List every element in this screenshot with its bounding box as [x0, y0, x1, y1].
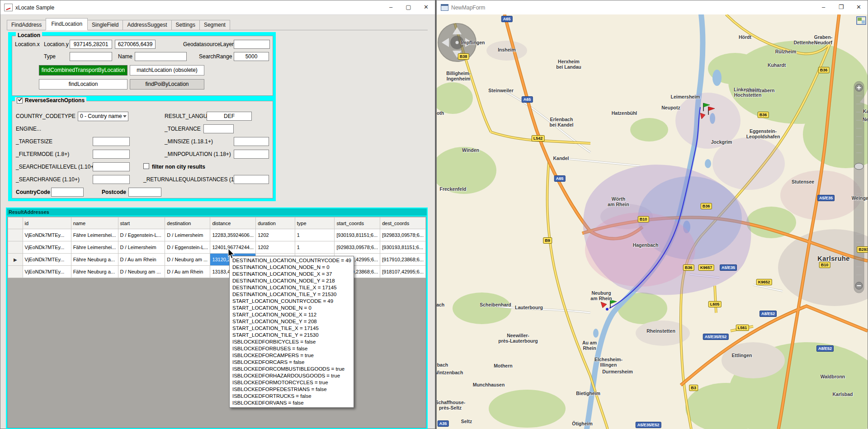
grid-cell[interactable]: [930193,81151;6... — [380, 241, 426, 254]
tab-singlefield[interactable]: SingleField — [87, 20, 123, 30]
map-close-button[interactable]: ✕ — [850, 0, 868, 14]
searchrange2-input[interactable] — [93, 175, 130, 184]
newmapform-titlebar[interactable]: NewMapForm – ❐ ✕ — [437, 0, 868, 15]
result-language-input[interactable]: DEF — [207, 112, 252, 121]
grid-cell[interactable]: D / Neuburg am ... — [118, 266, 165, 278]
engine-label: ENGINE... — [16, 126, 41, 132]
grid-cell[interactable]: D / Leimersheim — [165, 229, 210, 241]
findpoibylocation-button[interactable]: findPoiByLocation — [130, 79, 204, 90]
grid-column-header-dest_coords[interactable]: dest_coords — [380, 217, 426, 229]
tab-segment[interactable]: Segment — [199, 20, 230, 30]
grid-cell[interactable]: Fähre Leimershei... — [71, 229, 118, 241]
filter-non-city-checkbox[interactable] — [143, 163, 149, 169]
matchlocation-button[interactable]: matchLocation (obsolete) — [130, 65, 204, 75]
grid-cell[interactable]: 1 — [295, 241, 335, 254]
grid-cell[interactable]: Fähre Leimershei... — [71, 241, 118, 254]
grid-column-header-distance[interactable]: distance — [210, 217, 256, 229]
tooltip-line: START_LOCATION_NODE_Y = 208 — [232, 318, 351, 325]
searchdetaillevel-input[interactable] — [93, 162, 130, 171]
tooltip-line: START_LOCATION_TILE_X = 17145 — [232, 325, 351, 332]
tolerance-input[interactable] — [203, 124, 234, 133]
returnallequaldistances-input[interactable] — [234, 175, 269, 184]
grid-cell[interactable]: D / Leimersheim — [118, 241, 165, 254]
tolerance-label: _TOLERANCE — [165, 126, 201, 132]
results-grid-area[interactable]: idnamestartdestinationdistancedurationty… — [7, 217, 426, 428]
grid-column-header-id[interactable]: id — [23, 217, 71, 229]
grid-cell[interactable]: Fähre Neuburg a... — [71, 266, 118, 278]
country-codetype-value: 0 - Country name — [80, 113, 122, 119]
tab-addresssuggest[interactable]: AddressSuggest — [123, 20, 171, 30]
tooltip-line: DESTINATION_LOCATION_NODE_N = 0 — [232, 264, 351, 271]
map-town-label: Erlenbach bei Kandel — [549, 117, 573, 127]
findcombinedtransportbylocation-button[interactable]: findCombinedTransportByLocation — [39, 65, 127, 75]
grid-cell[interactable]: D / Au am Rhein — [118, 254, 165, 266]
grid-cell[interactable]: 12283,35924606... — [210, 229, 256, 241]
filtermode-input[interactable] — [93, 150, 130, 159]
zoom-slider-handle[interactable] — [854, 163, 863, 170]
countrycode-input[interactable] — [51, 188, 84, 197]
tab-findaddress[interactable]: FindAddress — [7, 20, 46, 30]
grid-cell[interactable]: D / Au am Rhein — [165, 266, 210, 278]
location-x-input[interactable]: 937145,28201 — [70, 40, 112, 49]
country-codetype-select[interactable]: 0 - Country name — [78, 112, 128, 121]
type-input[interactable] — [70, 52, 112, 61]
grid-column-header-type[interactable]: type — [295, 217, 335, 229]
grid-column-header-start_coords[interactable]: start_coords — [335, 217, 380, 229]
grid-cell[interactable]: VjEoNDk7MTEy... — [23, 229, 71, 241]
map-zoom-slider[interactable] — [851, 78, 868, 299]
location-y-input[interactable]: 6270065,6439 — [115, 40, 156, 49]
grid-cell[interactable]: VjEoNDk7MTEy... — [23, 254, 71, 266]
grid-cell[interactable]: [929833,09578;6... — [335, 241, 380, 254]
grid-cell[interactable]: [917910,23868;6... — [380, 254, 426, 266]
minsize-input[interactable] — [234, 137, 269, 146]
postcode-input[interactable] — [128, 188, 161, 197]
tooltip-line: ISBLOCKEDFORHAZARDOUSGOODS = true — [232, 372, 351, 379]
grid-cell[interactable]: 1202 — [256, 241, 295, 254]
grid-column-header-destination[interactable]: destination — [165, 217, 210, 229]
grid-corner-header[interactable] — [8, 217, 23, 229]
reversesearchoptions-checkbox[interactable] — [17, 98, 23, 104]
map-minimize-button[interactable]: – — [815, 0, 832, 14]
grid-cell[interactable]: 1 — [295, 229, 335, 241]
grid-column-header-duration[interactable]: duration — [256, 217, 295, 229]
grid-column-header-start[interactable]: start — [118, 217, 165, 229]
map-town-label: Durmersheim — [602, 369, 633, 374]
minimize-button[interactable]: – — [382, 0, 400, 14]
map-town-label: Herxheim bei Landau — [556, 59, 581, 70]
tab-settings[interactable]: Settings — [171, 20, 200, 30]
location-legend: Location — [16, 32, 42, 38]
grid-column-header-name[interactable]: name — [71, 217, 118, 229]
grid-cell[interactable]: [930193,81151;6... — [335, 229, 380, 241]
findlocation-button[interactable]: findLocation — [39, 79, 127, 90]
grid-cell[interactable]: VjEoNDk7MTEy... — [23, 266, 71, 278]
grid-cell[interactable]: [929833,09578;6... — [380, 229, 426, 241]
map-restore-button[interactable]: ❐ — [832, 0, 850, 14]
grid-cell[interactable]: Fähre Neuburg a... — [71, 254, 118, 266]
map-overview-toggle-icon[interactable] — [856, 16, 866, 25]
minpopulation-input[interactable] — [234, 150, 269, 159]
map-town-label: Karlsbad — [833, 391, 853, 397]
tooltip-line: DESTINATION_LOCATION_TILE_Y = 21530 — [232, 291, 351, 298]
name-input[interactable] — [135, 52, 187, 61]
grid-cell[interactable]: D / Eggenstein-L... — [165, 241, 210, 254]
maximize-button[interactable]: ▢ — [400, 0, 417, 14]
grid-row-header[interactable]: ▶ — [8, 254, 23, 266]
grid-cell[interactable]: 1202 — [256, 229, 295, 241]
tab-findlocation[interactable]: FindLocation — [46, 18, 88, 30]
map-town-label: Linkenheim- Hochstetten — [734, 87, 762, 98]
searchrange-input[interactable]: 5000 — [234, 52, 269, 61]
grid-cell[interactable]: D / Neuburg am ... — [165, 254, 210, 266]
geodatasourcelayer-input[interactable] — [234, 40, 270, 49]
grid-row-header[interactable] — [8, 229, 23, 241]
location-groupbox: Location Location.x Location.y 937145,28… — [12, 36, 273, 96]
grid-cell[interactable]: [918107,42995;6... — [380, 266, 426, 278]
grid-cell[interactable]: VjEoNDk7MTEy... — [23, 241, 71, 254]
map-canvas[interactable]: ImpflingenInsheimHördtDettenheimGraben- … — [437, 14, 868, 429]
xlocate-titlebar[interactable]: xLocate Sample – ▢ ✕ — [0, 0, 435, 15]
map-town-label: Schaffhouse- près-Seltz — [437, 400, 465, 410]
targetsize-input[interactable] — [93, 137, 130, 146]
close-button[interactable]: ✕ — [417, 0, 435, 14]
grid-row-header[interactable] — [8, 266, 23, 278]
grid-cell[interactable]: D / Eggenstein-L... — [118, 229, 165, 241]
grid-row-header[interactable] — [8, 241, 23, 254]
